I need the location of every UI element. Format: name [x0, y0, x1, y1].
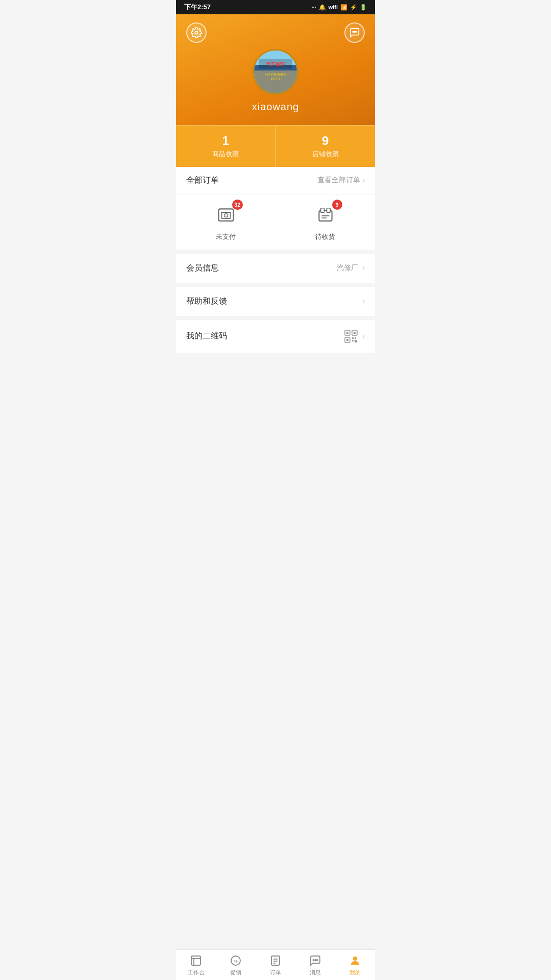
svg-rect-15 — [320, 208, 324, 212]
unpaid-label: 未支付 — [216, 232, 236, 241]
settings-button[interactable] — [186, 22, 207, 43]
orders-header: 全部订单 查看全部订单 › — [176, 167, 375, 194]
qr-chevron-icon: › — [362, 332, 365, 341]
svg-point-0 — [195, 31, 198, 34]
svg-point-2 — [354, 31, 355, 32]
svg-rect-20 — [346, 332, 348, 334]
bottom-spacer — [176, 357, 375, 391]
help-title: 帮助和反馈 — [186, 296, 227, 307]
unpaid-icon-wrap: 32 — [213, 203, 239, 228]
status-time: 下午2:57 — [184, 3, 211, 12]
view-all-chevron-icon: › — [362, 176, 365, 185]
svg-point-3 — [356, 31, 357, 32]
help-feedback-item[interactable]: 帮助和反馈 › — [176, 287, 375, 316]
avatar[interactable]: 汽车修理 24小时救援电话 8273 — [253, 49, 298, 95]
sim-icon: 📶 — [340, 4, 347, 11]
help-right: › — [360, 297, 365, 306]
svg-point-1 — [353, 31, 354, 32]
qr-left: 我的二维码 — [186, 331, 227, 341]
qr-code-item[interactable]: 我的二维码 › — [176, 320, 375, 353]
product-favorites-label: 商品收藏 — [212, 150, 239, 159]
help-section: 帮助和反馈 › — [176, 287, 375, 316]
signal-icon: ··· — [311, 4, 316, 10]
svg-rect-25 — [352, 337, 354, 339]
store-favorites-count: 9 — [322, 134, 329, 149]
charge-icon: ⚡ — [350, 4, 357, 11]
store-favorites-stat[interactable]: 9 店铺收藏 — [276, 126, 375, 167]
unpaid-order-item[interactable]: 32 未支付 — [176, 203, 276, 241]
help-chevron-icon: › — [362, 297, 365, 306]
status-icons: ··· 🔔 wifi 📶 ⚡ 🔋 — [311, 4, 367, 11]
pending-receipt-badge: 9 — [332, 200, 342, 210]
chat-icon — [349, 27, 360, 38]
svg-text:24小时救援电话: 24小时救援电话 — [265, 73, 286, 76]
help-left: 帮助和反馈 — [186, 296, 227, 307]
qr-section: 我的二维码 › — [176, 320, 375, 353]
svg-rect-22 — [354, 332, 356, 334]
member-info-item[interactable]: 会员信息 汽修厂 › — [176, 254, 375, 283]
status-bar: 下午2:57 ··· 🔔 wifi 📶 ⚡ 🔋 — [176, 0, 375, 14]
view-all-orders-link[interactable]: 查看全部订单 › — [317, 176, 365, 185]
avatar-art: 汽车修理 24小时救援电话 8273 — [254, 49, 297, 95]
svg-rect-26 — [355, 337, 356, 339]
header-icons-row — [186, 22, 365, 43]
store-favorites-label: 店铺收藏 — [312, 150, 339, 159]
qr-code-icon — [344, 329, 358, 344]
pending-receipt-label: 待收货 — [315, 232, 335, 241]
profile-header: 汽车修理 24小时救援电话 8273 xiaowang — [176, 14, 375, 125]
svg-text:8273: 8273 — [271, 77, 280, 81]
notification-icon: 🔔 — [319, 4, 326, 11]
svg-rect-28 — [355, 340, 357, 342]
order-icons-row: 32 未支付 9 待收货 — [176, 194, 375, 250]
qr-title: 我的二维码 — [186, 331, 227, 341]
member-info-value: 汽修厂 — [337, 263, 358, 273]
product-favorites-count: 1 — [222, 134, 229, 149]
username: xiaowang — [252, 101, 299, 113]
svg-rect-12 — [221, 212, 230, 218]
wifi-icon: wifi — [329, 4, 338, 10]
member-info-left: 会员信息 — [186, 263, 219, 274]
member-info-right: 汽修厂 › — [337, 263, 365, 273]
battery-icon: 🔋 — [360, 4, 367, 11]
member-info-title: 会员信息 — [186, 263, 219, 274]
pending-receipt-icon-wrap: 9 — [313, 203, 338, 228]
svg-text:汽车修理: 汽车修理 — [266, 61, 285, 67]
avatar-image: 汽车修理 24小时救援电话 8273 — [254, 51, 297, 93]
messages-button[interactable] — [344, 22, 365, 43]
svg-rect-24 — [346, 339, 348, 341]
view-all-orders-text: 查看全部订单 — [317, 176, 360, 185]
member-section: 会员信息 汽修厂 › — [176, 254, 375, 283]
qr-right: › — [344, 329, 365, 344]
orders-title: 全部订单 — [186, 175, 219, 186]
svg-rect-16 — [327, 208, 330, 212]
product-favorites-stat[interactable]: 1 商品收藏 — [176, 126, 276, 167]
gear-icon — [191, 27, 202, 38]
orders-section: 全部订单 查看全部订单 › 32 未支付 — [176, 167, 375, 250]
pending-receipt-item[interactable]: 9 待收货 — [276, 203, 375, 241]
svg-rect-27 — [352, 340, 354, 341]
stats-row: 1 商品收藏 9 店铺收藏 — [176, 125, 375, 167]
unpaid-badge: 32 — [232, 200, 242, 210]
member-chevron-icon: › — [362, 263, 365, 273]
